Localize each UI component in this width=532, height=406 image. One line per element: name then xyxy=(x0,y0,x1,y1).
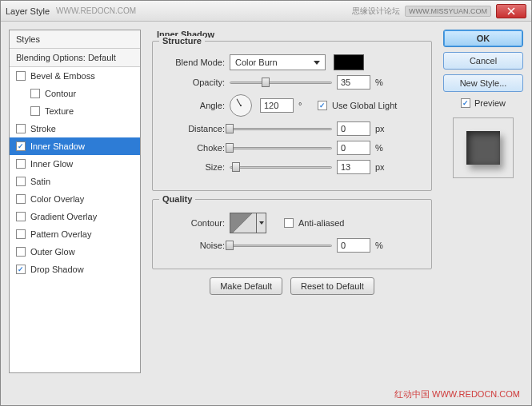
style-label: Contour xyxy=(45,89,76,98)
cancel-button[interactable]: Cancel xyxy=(443,52,523,70)
anti-aliased-checkbox[interactable] xyxy=(284,218,294,228)
distance-label: Distance: xyxy=(162,124,225,133)
size-unit: px xyxy=(375,162,390,172)
style-checkbox[interactable] xyxy=(16,212,26,221)
style-label: Stroke xyxy=(30,124,56,133)
style-item-inner-shadow[interactable]: Inner Shadow xyxy=(10,137,140,155)
watermark-top-cn: 思缘设计论坛 xyxy=(352,6,400,17)
style-item-satin[interactable]: Satin xyxy=(10,173,140,190)
watermark-bottom: 红动中国 WWW.REDOCN.COM xyxy=(394,388,520,400)
anti-aliased-label: Anti-aliased xyxy=(298,218,344,228)
ok-button[interactable]: OK xyxy=(443,30,523,47)
structure-legend: Structure xyxy=(159,36,205,46)
chevron-down-icon xyxy=(259,221,264,225)
style-checkbox[interactable] xyxy=(30,89,40,98)
style-label: Outer Glow xyxy=(30,247,75,257)
style-item-color-overlay[interactable]: Color Overlay xyxy=(10,190,140,208)
style-checkbox[interactable] xyxy=(30,106,40,116)
size-label: Size: xyxy=(162,162,225,172)
angle-label: Angle: xyxy=(162,101,225,110)
style-label: Texture xyxy=(45,106,74,116)
close-icon xyxy=(507,7,515,15)
style-label: Inner Glow xyxy=(30,159,73,169)
angle-input[interactable]: 120 xyxy=(260,98,294,113)
style-item-inner-glow[interactable]: Inner Glow xyxy=(10,155,140,173)
contour-label: Contour: xyxy=(162,218,225,228)
style-label: Gradient Overlay xyxy=(30,212,97,221)
preview-swatch xyxy=(466,131,500,165)
blending-options-row[interactable]: Blending Options: Default xyxy=(10,49,140,67)
style-checkbox[interactable] xyxy=(16,124,26,133)
structure-group: Structure Blend Mode: Color Burn Opacity… xyxy=(152,41,432,191)
contour-dropdown[interactable] xyxy=(257,213,266,233)
window-title: Layer Style xyxy=(6,6,50,16)
angle-dial[interactable] xyxy=(230,94,252,117)
reset-to-default-button[interactable]: Reset to Default xyxy=(290,277,374,295)
style-item-bevel-emboss[interactable]: Bevel & Emboss xyxy=(10,67,140,85)
opacity-slider[interactable] xyxy=(230,77,332,88)
blend-mode-select[interactable]: Color Burn xyxy=(230,54,326,70)
opacity-input[interactable]: 35 xyxy=(337,75,370,90)
style-label: Color Overlay xyxy=(30,194,84,204)
angle-unit: ° xyxy=(298,101,313,110)
quality-legend: Quality xyxy=(159,194,195,204)
style-label: Bevel & Emboss xyxy=(30,71,95,81)
preview-thumbnail xyxy=(453,117,514,178)
style-item-texture[interactable]: Texture xyxy=(10,102,140,120)
style-item-pattern-overlay[interactable]: Pattern Overlay xyxy=(10,225,140,243)
style-checkbox[interactable] xyxy=(16,247,26,257)
style-checkbox[interactable] xyxy=(16,141,26,151)
choke-unit: % xyxy=(375,143,390,153)
style-item-gradient-overlay[interactable]: Gradient Overlay xyxy=(10,208,140,225)
blend-mode-label: Blend Mode: xyxy=(162,58,225,67)
titlebar: Layer Style WWW.REDOCN.COM 思缘设计论坛 WWW.MI… xyxy=(1,1,531,22)
choke-slider[interactable] xyxy=(230,142,332,153)
style-label: Drop Shadow xyxy=(30,265,84,274)
close-button[interactable] xyxy=(496,4,526,18)
distance-slider[interactable] xyxy=(230,123,332,134)
style-item-drop-shadow[interactable]: Drop Shadow xyxy=(10,261,140,278)
distance-input[interactable]: 0 xyxy=(337,121,370,136)
opacity-unit: % xyxy=(375,78,390,87)
shadow-color-swatch[interactable] xyxy=(334,54,364,70)
preview-label: Preview xyxy=(474,98,506,108)
noise-label: Noise: xyxy=(162,241,225,250)
noise-unit: % xyxy=(375,241,390,250)
choke-label: Choke: xyxy=(162,143,225,153)
quality-group: Quality Contour: Anti-aliased Noise: 0 % xyxy=(152,199,432,269)
style-label: Inner Shadow xyxy=(30,141,85,151)
noise-input[interactable]: 0 xyxy=(337,238,370,253)
style-checkbox[interactable] xyxy=(16,229,26,239)
styles-header[interactable]: Styles xyxy=(10,30,140,49)
use-global-light-label: Use Global Light xyxy=(332,101,397,110)
make-default-button[interactable]: Make Default xyxy=(210,277,282,295)
style-checkbox[interactable] xyxy=(16,177,26,186)
noise-slider[interactable] xyxy=(230,240,332,251)
preview-checkbox[interactable] xyxy=(461,98,470,108)
right-panel: OK Cancel New Style... Preview xyxy=(443,30,523,373)
style-item-stroke[interactable]: Stroke xyxy=(10,120,140,137)
style-checkbox[interactable] xyxy=(16,159,26,169)
distance-unit: px xyxy=(375,124,390,133)
size-input[interactable]: 13 xyxy=(337,160,370,174)
size-slider[interactable] xyxy=(230,161,332,173)
style-checkbox[interactable] xyxy=(16,71,26,81)
watermark-top-left: WWW.REDOCN.COM xyxy=(56,6,136,15)
opacity-label: Opacity: xyxy=(162,78,225,87)
styles-list: Styles Blending Options: Default Bevel &… xyxy=(9,30,141,373)
chevron-down-icon xyxy=(314,61,320,65)
layer-style-dialog: Layer Style WWW.REDOCN.COM 思缘设计论坛 WWW.MI… xyxy=(0,0,532,406)
choke-input[interactable]: 0 xyxy=(337,141,370,155)
watermark-top-url: WWW.MISSYUAN.COM xyxy=(405,6,491,17)
style-checkbox[interactable] xyxy=(16,194,26,204)
style-item-outer-glow[interactable]: Outer Glow xyxy=(10,243,140,261)
style-label: Pattern Overlay xyxy=(30,229,91,239)
main-panel: Inner Shadow Structure Blend Mode: Color… xyxy=(149,30,435,373)
style-label: Satin xyxy=(30,177,50,186)
contour-picker[interactable] xyxy=(230,213,257,233)
new-style-button[interactable]: New Style... xyxy=(443,74,523,92)
style-item-contour[interactable]: Contour xyxy=(10,85,140,102)
style-checkbox[interactable] xyxy=(16,265,26,274)
use-global-light-checkbox[interactable] xyxy=(318,101,327,110)
blend-mode-value: Color Burn xyxy=(235,58,278,67)
